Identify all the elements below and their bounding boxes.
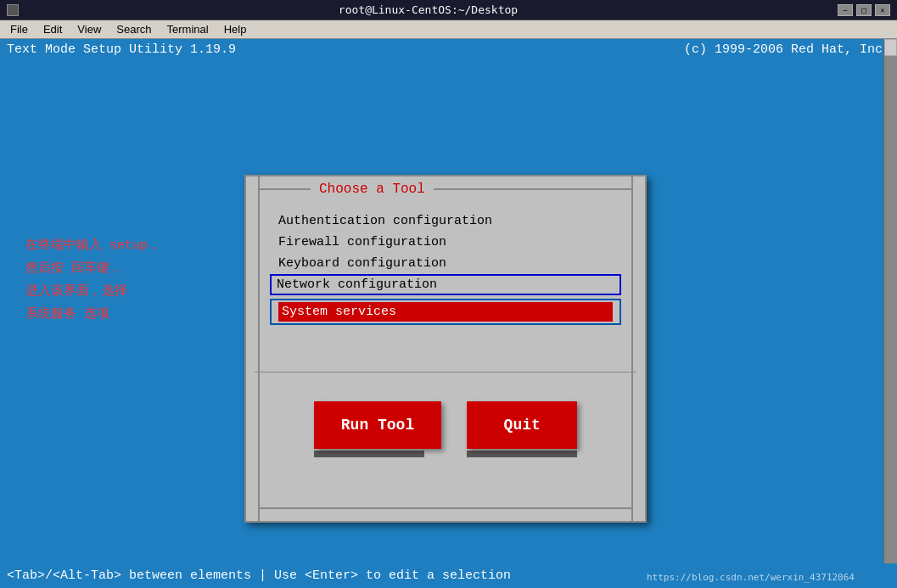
annotation-line1: 在终端中输入 setup，: [25, 234, 160, 257]
annotation-line2: 然后按 回车键，: [25, 257, 160, 280]
terminal-icon: [7, 4, 19, 16]
list-item-keyboard[interactable]: Keyboard configuration: [277, 253, 614, 274]
scrollbar[interactable]: [883, 39, 897, 588]
menu-bar: File Edit View Search Terminal Help: [0, 20, 897, 39]
list-item-system[interactable]: System services: [278, 302, 613, 322]
menu-help[interactable]: Help: [217, 21, 254, 37]
minimize-button[interactable]: −: [838, 4, 853, 16]
close-button[interactable]: ✕: [875, 4, 890, 16]
quit-shadow: [467, 451, 577, 457]
annotation-line4: 系统服务 选项: [25, 303, 160, 326]
copyright-text: (c) 1999-2006 Red Hat, Inc.: [684, 42, 890, 57]
border-left: [260, 188, 311, 190]
annotation-line3: 进入该界面，选择: [25, 280, 160, 303]
list-item-firewall[interactable]: Firewall configuration: [277, 232, 614, 253]
dialog-title: Choose a Tool: [311, 182, 434, 197]
dialog-box: Choose a Tool Authentication configurati…: [244, 175, 647, 523]
dialog-title-border: Choose a Tool: [246, 182, 645, 197]
dialog-buttons: Run Tool Quit: [246, 384, 645, 474]
scrollbar-thumb[interactable]: [884, 39, 897, 56]
tool-list: Authentication configuration Firewall co…: [260, 202, 631, 333]
utility-name: Text Mode Setup Utility 1.19.9: [7, 42, 236, 57]
terminal-area: Text Mode Setup Utility 1.19.9 (c) 1999-…: [0, 39, 897, 588]
dialog-divider: [255, 372, 636, 372]
menu-edit[interactable]: Edit: [36, 21, 69, 37]
url-watermark: https://blog.csdn.net/werxin_43712064: [647, 572, 855, 583]
keyboard-hints: <Tab>/<Alt-Tab> between elements | Use <…: [7, 568, 511, 583]
window-title: root@Linux-CentOS:~/Desktop: [19, 3, 838, 16]
window-controls: − □ ✕: [838, 4, 890, 16]
list-item-auth[interactable]: Authentication configuration: [277, 210, 614, 232]
border-right: [434, 188, 631, 190]
status-bar-top: Text Mode Setup Utility 1.19.9 (c) 1999-…: [0, 39, 897, 60]
quit-wrapper: Quit: [467, 401, 577, 457]
run-tool-shadow: [314, 451, 424, 457]
maximize-button[interactable]: □: [856, 4, 872, 16]
annotation-text: 在终端中输入 setup， 然后按 回车键， 进入该界面，选择 系统服务 选项: [25, 234, 160, 326]
run-tool-wrapper: Run Tool: [314, 401, 441, 457]
quit-button[interactable]: Quit: [467, 401, 577, 449]
border-bottom: [258, 507, 633, 509]
menu-search[interactable]: Search: [109, 21, 158, 37]
list-item-system-wrapper[interactable]: System services: [270, 299, 621, 325]
menu-file[interactable]: File: [3, 21, 35, 37]
menu-view[interactable]: View: [70, 21, 108, 37]
title-bar: root@Linux-CentOS:~/Desktop − □ ✕: [0, 0, 897, 20]
run-tool-button[interactable]: Run Tool: [314, 401, 441, 449]
menu-terminal[interactable]: Terminal: [160, 21, 216, 37]
list-item-network[interactable]: Network configuration: [270, 274, 621, 295]
